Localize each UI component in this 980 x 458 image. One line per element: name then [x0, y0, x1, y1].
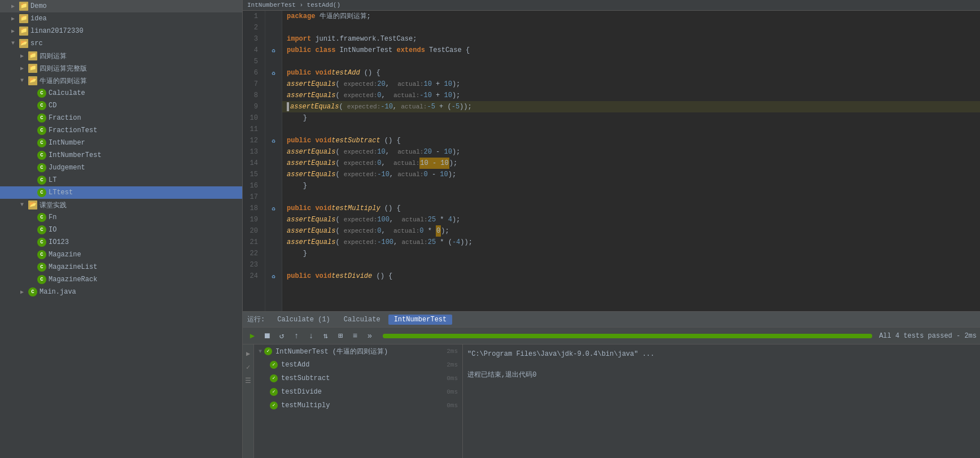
folder-icon: 📁: [28, 64, 37, 73]
sidebar-item-label: IntNumberTest: [49, 151, 102, 159]
tab-calculate1[interactable]: Calculate (1): [272, 315, 336, 325]
class-icon: C: [37, 188, 46, 197]
code-line: [282, 191, 980, 203]
run-content: ▶ ✓ ☰ ▼ ✓ IntNumberTest (牛逼的四则运算) 2ms ✓ …: [243, 344, 980, 458]
sidebar-item-keshishijian[interactable]: 📂 课堂实践: [0, 199, 242, 211]
sidebar-item-szsys[interactable]: 📁 四则运算: [0, 50, 242, 62]
progress-bar-container: [383, 334, 872, 338]
sidebar-item-niubi[interactable]: 📂 牛逼的四则运算: [0, 75, 242, 87]
sidebar-item-src[interactable]: 📂 src: [0, 37, 242, 50]
run-toolbar: ▶ ⏹ ↺ ↑ ↓ ⇅ ⊞ ≡ » All 4 tests passed - 2…: [243, 328, 980, 344]
code-line: public void testSubtract () {: [282, 135, 980, 146]
arrow-icon: [11, 15, 18, 22]
sidebar-item-label: 课堂实践: [40, 200, 67, 210]
sidebar-item-label: 牛逼的四则运算: [40, 76, 87, 86]
test-add-time: 2ms: [447, 361, 458, 368]
run-button[interactable]: ▶: [246, 330, 259, 342]
code-line: }: [282, 180, 980, 191]
tab-intnumbertest[interactable]: IntNumberTest: [388, 315, 453, 325]
status-text: All 4 tests passed - 2ms: [879, 332, 977, 340]
class-icon: C: [37, 213, 46, 222]
test-subtract-name: testSubtract: [281, 374, 330, 382]
progress-bar: [383, 334, 872, 338]
class-icon: C: [37, 238, 46, 247]
sidebar-item-label: IntNumber: [49, 139, 85, 147]
sidebar-item-fn[interactable]: C Fn: [0, 211, 242, 224]
stop-button[interactable]: ⏹: [261, 330, 273, 342]
code-line: public void testAdd () {: [282, 67, 980, 78]
rerun-button[interactable]: ↺: [275, 330, 288, 342]
test-subtract-item[interactable]: ✓ testSubtract 0ms: [254, 372, 462, 385]
code-line: import junit.framework.TestCase;: [282, 33, 980, 45]
folder-icon: 📂: [19, 39, 28, 48]
sidebar-item-label: Fn: [49, 213, 56, 221]
test-multiply-item[interactable]: ✓ testMultiply 0ms: [254, 399, 462, 412]
test-icon[interactable]: ✓: [244, 363, 253, 372]
sidebar-item-label: Fraction: [49, 114, 81, 122]
code-line: assertEquals( expected: 100, actual: 25 …: [282, 214, 980, 225]
breadcrumb: IntNumberTest › testAdd(): [243, 0, 980, 11]
editor-area: IntNumberTest › testAdd() 1 2 3 4 5 6 7 …: [243, 0, 980, 311]
pass-icon: ✓: [270, 361, 278, 369]
code-line: [282, 56, 980, 67]
run-icon[interactable]: ▶: [244, 349, 253, 358]
sidebar-item-fraction[interactable]: C Fraction: [0, 112, 242, 124]
sidebar-item-judgement[interactable]: C Judgement: [0, 162, 242, 174]
sidebar-item-magazinelist[interactable]: C MagazineList: [0, 261, 242, 273]
sidebar-item-intnumber[interactable]: C IntNumber: [0, 137, 242, 149]
console-output: "C:\Program Files\Java\jdk-9.0.4\bin\jav…: [463, 344, 980, 458]
sidebar-item-label: src: [30, 40, 43, 47]
code-line: assertEquals( expected: 0, actual: 0 * 0…: [282, 225, 980, 237]
prev-button[interactable]: ↑: [290, 330, 303, 342]
code-line: assertEquals( expected: -100, actual: 25…: [282, 237, 980, 248]
arrow-icon: [11, 3, 18, 10]
pass-icon: ✓: [270, 388, 278, 396]
filter-button[interactable]: ⊞: [334, 330, 347, 342]
code-line: assertEquals( expected: 0, actual: 10 - …: [282, 158, 980, 169]
sidebar-item-intnumbertest[interactable]: C IntNumberTest: [0, 149, 242, 162]
sidebar-item-demo[interactable]: 📁 Demo: [0, 0, 242, 12]
class-icon: C: [37, 176, 46, 185]
code-line: assertEquals( expected: 0, actual: -10 +…: [282, 90, 980, 101]
sidebar-item-linan[interactable]: 📁 linan20172330: [0, 25, 242, 37]
code-line: }: [282, 248, 980, 259]
sort-button[interactable]: ⇅: [320, 330, 332, 342]
code-line: public void testDivide () {: [282, 271, 980, 282]
code-content[interactable]: package 牛逼的四则运算; import junit.framework.…: [282, 11, 980, 311]
console-line: "C:\Program Files\Java\jdk-9.0.4\bin\jav…: [467, 349, 975, 359]
pass-icon: ✓: [270, 374, 278, 382]
breadcrumb-text: IntNumberTest › testAdd(): [247, 2, 340, 8]
class-icon: C: [37, 101, 46, 110]
test-root-time: 2ms: [447, 348, 458, 355]
sidebar-item-idea[interactable]: 📁 idea: [0, 12, 242, 25]
sidebar-item-lttest[interactable]: C LTtest: [0, 186, 242, 199]
arrow-icon: [20, 202, 27, 208]
sidebar-item-label: Magazine: [49, 251, 81, 259]
test-multiply-name: testMultiply: [281, 402, 330, 409]
sidebar-item-mainjava[interactable]: C Main.java: [0, 286, 242, 298]
test-divide-item[interactable]: ✓ testDivide 0ms: [254, 385, 462, 399]
sidebar-item-calculate[interactable]: C Calculate: [0, 87, 242, 99]
arrow-icon: [20, 65, 27, 72]
sidebar-item-label: MagazineRack: [49, 276, 97, 283]
sidebar-item-lt[interactable]: C LT: [0, 174, 242, 186]
sidebar-item-label: 四则运算完整版: [40, 64, 87, 73]
sidebar-item-io123[interactable]: C IO123: [0, 236, 242, 248]
next-button[interactable]: ↓: [305, 330, 317, 342]
tab-calculate[interactable]: Calculate: [338, 315, 386, 325]
sidebar-item-fractiontest[interactable]: C FractionTest: [0, 124, 242, 137]
coverage-icon[interactable]: ☰: [244, 376, 253, 385]
sidebar-item-io[interactable]: C IO: [0, 224, 242, 236]
sidebar-item-label: Judgement: [49, 164, 85, 172]
test-add-item[interactable]: ✓ testAdd 2ms: [254, 358, 462, 372]
sidebar-item-label: MagazineList: [49, 263, 97, 271]
sidebar-item-magazinerack[interactable]: C MagazineRack: [0, 273, 242, 286]
test-root-item[interactable]: ▼ ✓ IntNumberTest (牛逼的四则运算) 2ms: [254, 344, 462, 358]
filter2-button[interactable]: ≡: [349, 330, 361, 342]
sidebar-item-szsys-full[interactable]: 📁 四则运算完整版: [0, 62, 242, 75]
sidebar-item-magazine[interactable]: C Magazine: [0, 248, 242, 261]
arrow-icon: [11, 28, 18, 34]
code-editor[interactable]: 1 2 3 4 5 6 7 8 9 10 11 12 13 14 15 16 1: [243, 11, 980, 311]
more-button[interactable]: »: [364, 330, 376, 342]
sidebar-item-cd[interactable]: C CD: [0, 99, 242, 112]
